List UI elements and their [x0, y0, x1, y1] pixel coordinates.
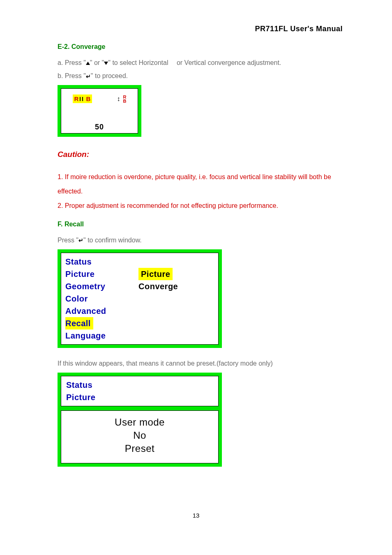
- page-header: PR711FL User's Manual: [25, 25, 367, 33]
- page-number: 13: [25, 512, 367, 519]
- osd-item-language: Language: [65, 329, 131, 342]
- caution-line1: 1. If moire reduction is overdone, pictu…: [58, 170, 343, 198]
- caution-body: 1. If moire reduction is overdone, pictu…: [58, 170, 343, 213]
- convergence-osd: R B ↕ R B 50: [58, 85, 141, 137]
- osd-sub-converge: Converge: [138, 280, 218, 292]
- enter-icon-2: ↵: [78, 235, 83, 246]
- enter-icon: ↵: [86, 71, 91, 82]
- horizontal-convergence-icon: R B: [73, 94, 92, 103]
- recall-osd-inner: StatusPictureGeometryColorAdvancedRecall…: [61, 253, 219, 345]
- arrow-down-icon: [104, 62, 108, 65]
- step-a-part1: a. Press ": [58, 59, 86, 66]
- arrow-up-icon: [86, 62, 90, 65]
- step-b: b. Press "↵" to proceed.: [58, 69, 343, 83]
- usermode-line: Preset: [61, 442, 218, 455]
- product-title: PR711FL User's Manual: [255, 25, 343, 33]
- osd-sub-picture: Picture: [138, 268, 173, 280]
- osd-left-menu: StatusPictureGeometryColorAdvancedRecall…: [61, 253, 131, 344]
- usermode-msg: User modeNoPreset: [61, 410, 219, 463]
- label-b: B: [86, 95, 90, 102]
- label-b-v: B: [123, 99, 126, 103]
- convergence-inner: R B ↕ R B 50: [61, 88, 138, 134]
- section-e2-heading: E-2. Converage: [58, 43, 343, 51]
- convergence-value: 50: [61, 123, 138, 131]
- osd-right-menu: PictureConverge: [131, 253, 218, 344]
- note-line: If this window appears, that means it ca…: [58, 357, 343, 370]
- osd-item-status: Status: [65, 256, 131, 268]
- usermode-top: StatusPicture: [61, 376, 219, 406]
- press-line: Press "↵" to confirm window.: [58, 234, 343, 247]
- rb-vertical: R B: [123, 95, 126, 103]
- osd2-item-picture: Picture: [66, 391, 218, 403]
- press-part1: Press ": [58, 237, 78, 244]
- osd-sub-spacer: [138, 256, 218, 268]
- label-r: R: [74, 95, 79, 102]
- osd-item-color: Color: [65, 292, 131, 305]
- osd-item-picture: Picture: [65, 268, 131, 280]
- osd-item-advanced: Advanced: [65, 305, 131, 317]
- label-r-v: R: [123, 95, 126, 99]
- caution-heading: Caution:: [58, 150, 343, 159]
- usermode-osd: StatusPicture User modeNoPreset: [58, 373, 222, 467]
- step-a-part2: " or ": [90, 59, 104, 66]
- step-a: a. Press "" or "" to select Horizontal o…: [58, 56, 343, 69]
- osd-item-recall: Recall: [65, 317, 93, 329]
- section-f-heading: F. Recall: [58, 221, 343, 228]
- caution-line2: 2. Proper adjustment is recommended for …: [58, 198, 343, 213]
- ibeam-icon: ↕: [115, 95, 122, 103]
- usermode-line: No: [61, 429, 218, 442]
- step-b-part1: b. Press ": [58, 72, 86, 79]
- convergence-row: R B ↕ R B: [61, 89, 138, 103]
- osd-item-geometry: Geometry: [65, 280, 131, 292]
- recall-osd: StatusPictureGeometryColorAdvancedRecall…: [58, 249, 222, 348]
- content: E-2. Converage a. Press "" or "" to sele…: [25, 43, 367, 467]
- vertical-convergence-icon: ↕ R B: [115, 95, 126, 103]
- press-part2: " to confirm window.: [83, 237, 142, 244]
- page: PR711FL User's Manual E-2. Converage a. …: [0, 0, 392, 535]
- step-a-part3: " to select Horizontal or Vertical conve…: [108, 59, 281, 66]
- bars-icon: [79, 96, 85, 102]
- usermode-line: User mode: [61, 416, 218, 429]
- osd2-item-status: Status: [66, 379, 218, 391]
- step-b-part2: " to proceed.: [91, 72, 128, 79]
